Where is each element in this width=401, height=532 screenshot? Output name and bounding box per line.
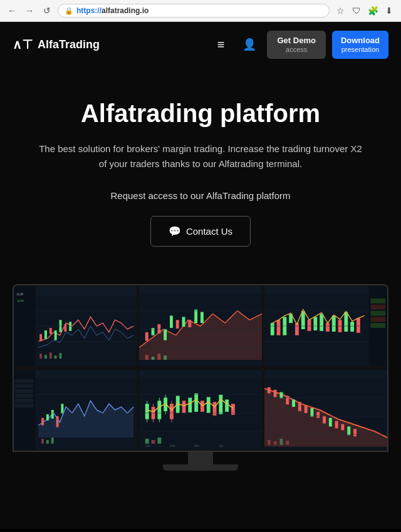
hamburger-button[interactable]: ≡: [209, 33, 232, 56]
svg-rect-51: [320, 314, 323, 330]
svg-rect-143: [286, 441, 289, 445]
lock-icon: 🔒: [65, 7, 73, 15]
svg-text:Jan: Jan: [145, 444, 150, 448]
svg-rect-32: [200, 312, 204, 323]
svg-rect-14: [60, 353, 62, 359]
extension-icon[interactable]: 🧩: [366, 4, 380, 18]
download-button[interactable]: Download presentation: [332, 31, 388, 59]
svg-rect-9: [69, 322, 71, 331]
svg-text:Mar: Mar: [194, 444, 200, 448]
screens-grid: EUR +0.2%: [13, 284, 388, 452]
svg-rect-25: [157, 324, 160, 334]
svg-rect-104: [207, 397, 211, 412]
svg-rect-112: [145, 439, 149, 444]
svg-rect-5: [49, 328, 52, 334]
svg-rect-64: [371, 317, 386, 322]
svg-rect-125: [286, 396, 289, 404]
svg-rect-114: [157, 437, 161, 444]
svg-rect-50: [313, 317, 317, 330]
svg-rect-4: [44, 330, 47, 339]
svg-rect-120: [264, 370, 387, 377]
svg-rect-26: [164, 329, 167, 340]
nav-logo: ∧⊤ AlfaTrading: [13, 37, 100, 52]
forward-button[interactable]: →: [23, 4, 36, 18]
svg-rect-142: [280, 439, 283, 445]
nav-right: ≡ 👤 Get Demo access Download presentatio…: [209, 31, 388, 59]
svg-rect-27: [170, 315, 173, 328]
svg-rect-71: [15, 389, 33, 392]
back-button[interactable]: ←: [5, 4, 19, 18]
svg-rect-84: [41, 439, 44, 444]
svg-rect-108: [231, 404, 235, 415]
svg-rect-141: [274, 441, 277, 445]
svg-rect-73: [15, 399, 33, 402]
svg-rect-140: [268, 440, 271, 445]
svg-rect-132: [329, 418, 332, 427]
svg-rect-43: [271, 323, 274, 335]
svg-rect-113: [152, 440, 155, 444]
svg-rect-39: [164, 356, 167, 360]
svg-rect-1: [14, 286, 35, 366]
download-icon[interactable]: ⬇: [382, 4, 396, 18]
svg-rect-77: [46, 414, 49, 421]
svg-rect-126: [292, 399, 295, 407]
svg-rect-131: [323, 416, 326, 424]
svg-rect-70: [15, 384, 33, 388]
stand-base: [163, 464, 238, 471]
svg-rect-135: [347, 426, 350, 435]
svg-rect-129: [311, 408, 314, 417]
logo-icon: ∧⊤: [13, 37, 33, 52]
svg-rect-103: [200, 401, 204, 412]
svg-rect-10: [39, 354, 42, 359]
svg-rect-134: [341, 424, 345, 430]
monitor-section: EUR +0.2%: [0, 265, 401, 483]
svg-rect-38: [157, 354, 160, 360]
shield-icon[interactable]: 🛡: [350, 4, 363, 18]
svg-rect-79: [56, 416, 59, 427]
svg-rect-13: [55, 356, 57, 359]
svg-rect-101: [188, 397, 192, 412]
user-button[interactable]: 👤: [238, 33, 261, 56]
svg-rect-80: [61, 404, 63, 414]
star-icon[interactable]: ☆: [333, 4, 347, 18]
svg-rect-3: [39, 334, 42, 342]
monitor-wrap: EUR +0.2%: [13, 284, 388, 471]
svg-rect-44: [277, 320, 281, 335]
screen-4: [14, 369, 137, 451]
stand-neck: [188, 452, 213, 464]
svg-rect-86: [51, 437, 54, 444]
svg-rect-12: [49, 352, 52, 359]
svg-rect-49: [308, 320, 311, 331]
chat-icon: 💬: [169, 225, 181, 237]
screen-5: Jan Feb Mar Apr: [139, 369, 262, 451]
svg-rect-102: [194, 393, 198, 411]
svg-rect-53: [332, 315, 336, 331]
svg-rect-133: [335, 421, 338, 428]
hero-section: Alfatrading platform The best solution f…: [0, 68, 401, 265]
svg-rect-127: [298, 402, 301, 411]
svg-rect-105: [213, 402, 217, 416]
get-demo-button[interactable]: Get Demo access: [267, 31, 325, 59]
hero-subtitle: The best solution for brokers' margin tr…: [38, 141, 363, 171]
url-text: https://alfatrading.io: [76, 6, 148, 15]
svg-rect-136: [353, 429, 357, 436]
screen-3: [264, 285, 387, 367]
svg-rect-88: [139, 370, 262, 377]
refresh-button[interactable]: ↺: [40, 4, 54, 18]
contact-us-label: Contact Us: [186, 226, 232, 237]
svg-rect-106: [219, 394, 222, 414]
address-bar[interactable]: 🔒 https://alfatrading.io: [58, 4, 330, 18]
svg-rect-78: [51, 410, 54, 419]
svg-rect-56: [350, 322, 354, 332]
svg-rect-123: [274, 389, 277, 397]
svg-rect-11: [44, 355, 47, 359]
contact-us-button[interactable]: 💬 Contact Us: [150, 216, 251, 247]
svg-rect-6: [55, 330, 57, 340]
svg-rect-57: [357, 318, 360, 333]
svg-rect-37: [152, 357, 155, 360]
svg-text:+0.2%: +0.2%: [17, 299, 24, 302]
svg-rect-107: [225, 399, 229, 412]
svg-rect-69: [15, 379, 33, 383]
svg-rect-72: [15, 394, 33, 397]
svg-rect-85: [46, 440, 49, 444]
